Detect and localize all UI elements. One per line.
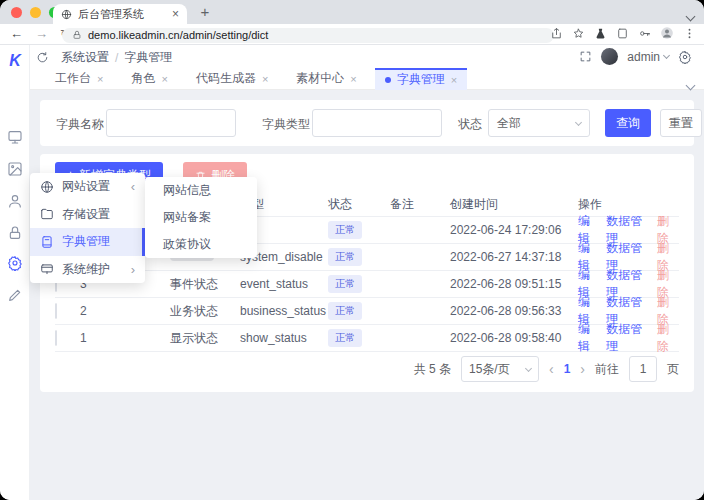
minimize-window-button[interactable] — [30, 7, 41, 18]
prev-page-button[interactable]: ‹ — [549, 361, 554, 377]
submenu-item-policy-agreement[interactable]: 政策协议 — [145, 231, 257, 258]
status-label: 状态 — [458, 116, 482, 133]
cell-created: 2022-06-24 17:29:06 — [450, 223, 578, 237]
tab-label: 角色 — [131, 70, 155, 87]
page-tab-bar: 工作台 × 角色 × 代码生成器 × 素材中心 × 字典管理 × — [30, 68, 704, 90]
next-page-button[interactable]: › — [580, 361, 585, 377]
row-checkbox[interactable] — [55, 303, 57, 319]
submenu-arrow-icon: ‹ — [131, 179, 135, 194]
search-button[interactable]: 查询 — [605, 109, 651, 137]
menu-item-label: 网站设置 — [62, 178, 110, 195]
submenu-item-label: 政策协议 — [163, 236, 211, 253]
profile-avatar-icon[interactable] — [660, 26, 674, 40]
breadcrumb-root[interactable]: 系统设置 — [61, 49, 109, 66]
tab-workbench[interactable]: 工作台 × — [45, 68, 113, 90]
close-window-button[interactable] — [11, 7, 22, 18]
user-menu[interactable]: admin — [627, 50, 669, 64]
tab-search-chevron-icon[interactable] — [687, 6, 694, 24]
page-size-select[interactable]: 15条/页 — [461, 356, 539, 382]
settings-menu-popup: 网站设置 ‹ 存储设置 字典管理 系统维护 › — [30, 173, 145, 283]
reset-button[interactable]: 重置 — [660, 109, 702, 137]
page-unit: 页 — [667, 361, 679, 378]
rail-edit-pen-icon[interactable] — [7, 287, 23, 303]
menu-item-dict-management[interactable]: 字典管理 — [30, 228, 145, 256]
sidebar-rail: K — [0, 45, 30, 500]
status-badge: 正常 — [328, 221, 362, 239]
menu-item-storage-settings[interactable]: 存储设置 — [30, 201, 145, 229]
fullscreen-icon[interactable] — [579, 50, 592, 63]
browser-tab[interactable]: 后台管理系统 × — [53, 4, 187, 24]
delete-link[interactable]: 删除 — [657, 321, 679, 355]
col-created: 创建时间 — [450, 196, 578, 213]
breadcrumb: 系统设置 / 字典管理 — [61, 49, 172, 66]
browser-window: 后台管理系统 × + ← → ↻ demo.likeadmin.cn/admin… — [0, 0, 704, 500]
cell-created: 2022-06-27 14:37:18 — [450, 250, 578, 264]
tab-close-icon[interactable]: × — [262, 73, 268, 85]
active-dot-icon — [385, 77, 391, 83]
cell-type: show_status — [240, 331, 328, 345]
row-checkbox[interactable] — [55, 330, 57, 346]
status-badge: 正常 — [328, 302, 362, 320]
tab-dict-management[interactable]: 字典管理 × — [375, 68, 467, 90]
status-badge: 正常 — [328, 275, 362, 293]
browser-tab-strip: 后台管理系统 × + — [0, 0, 704, 24]
password-key-icon[interactable] — [638, 27, 651, 40]
status-select[interactable]: 全部 — [488, 109, 590, 137]
tab-close-icon[interactable]: × — [350, 73, 356, 85]
menu-item-label: 系统维护 — [62, 261, 110, 278]
rail-user-icon[interactable] — [7, 193, 23, 209]
extension-icon[interactable] — [594, 27, 607, 40]
bookmark-star-icon[interactable] — [572, 27, 585, 40]
dict-name-input[interactable] — [106, 109, 236, 137]
browser-tab-title: 后台管理系统 — [78, 7, 166, 22]
dictionary-book-icon — [40, 235, 54, 249]
user-avatar[interactable] — [601, 48, 618, 65]
edit-link[interactable]: 编辑 — [578, 321, 600, 355]
cell-created: 2022-06-28 09:58:40 — [450, 331, 578, 345]
cell-id: 1 — [80, 331, 170, 345]
tab-close-icon[interactable]: × — [161, 73, 167, 85]
data-manage-link[interactable]: 数据管理 — [606, 321, 651, 355]
globe-icon — [40, 180, 54, 194]
tabbar-chevron-down-icon[interactable] — [687, 75, 694, 93]
tab-label: 代码生成器 — [196, 70, 256, 87]
forward-button[interactable]: → — [35, 26, 48, 41]
menu-item-website-settings[interactable]: 网站设置 ‹ — [30, 173, 145, 201]
new-tab-button[interactable]: + — [196, 3, 214, 21]
back-button[interactable]: ← — [10, 26, 23, 41]
tab-code-generator[interactable]: 代码生成器 × — [186, 68, 278, 90]
cell-created: 2022-06-28 09:56:33 — [450, 304, 578, 318]
header-settings-gear-icon[interactable] — [678, 50, 692, 64]
website-settings-submenu: 网站信息 网站备案 政策协议 — [145, 177, 257, 258]
reading-list-icon[interactable] — [616, 27, 629, 40]
current-page[interactable]: 1 — [564, 362, 571, 376]
rail-workbench-icon[interactable] — [7, 129, 23, 145]
tab-role[interactable]: 角色 × — [121, 68, 177, 90]
submenu-item-website-record[interactable]: 网站备案 — [145, 204, 257, 231]
cell-id: 2 — [80, 304, 170, 318]
tab-material-center[interactable]: 素材中心 × — [286, 68, 366, 90]
tab-label: 字典管理 — [397, 71, 445, 88]
goto-page-input[interactable] — [629, 356, 657, 382]
refresh-icon[interactable] — [36, 51, 49, 64]
tab-label: 素材中心 — [296, 70, 344, 87]
address-bar[interactable]: demo.likeadmin.cn/admin/setting/dict — [62, 28, 554, 43]
tab-label: 工作台 — [55, 70, 91, 87]
dict-type-input[interactable] — [312, 109, 442, 137]
submenu-item-website-info[interactable]: 网站信息 — [145, 177, 257, 204]
browser-menu-icon[interactable] — [683, 27, 696, 40]
menu-item-label: 存储设置 — [62, 206, 110, 223]
tab-close-icon[interactable]: × — [97, 73, 103, 85]
app-logo[interactable]: K — [5, 51, 25, 71]
rail-material-icon[interactable] — [7, 161, 23, 177]
menu-item-system-maintenance[interactable]: 系统维护 › — [30, 256, 145, 284]
share-icon[interactable] — [550, 27, 563, 40]
goto-label: 前往 — [595, 361, 619, 378]
tab-close-icon[interactable]: × — [172, 8, 179, 20]
tab-close-icon[interactable]: × — [451, 74, 457, 86]
folder-icon — [40, 207, 54, 221]
pagination: 共 5 条 15条/页 ‹ 1 › 前往 页 — [414, 356, 679, 382]
rail-settings-gear-icon[interactable] — [7, 255, 23, 271]
rail-permission-lock-icon[interactable] — [7, 225, 23, 241]
status-select-value: 全部 — [497, 115, 521, 132]
